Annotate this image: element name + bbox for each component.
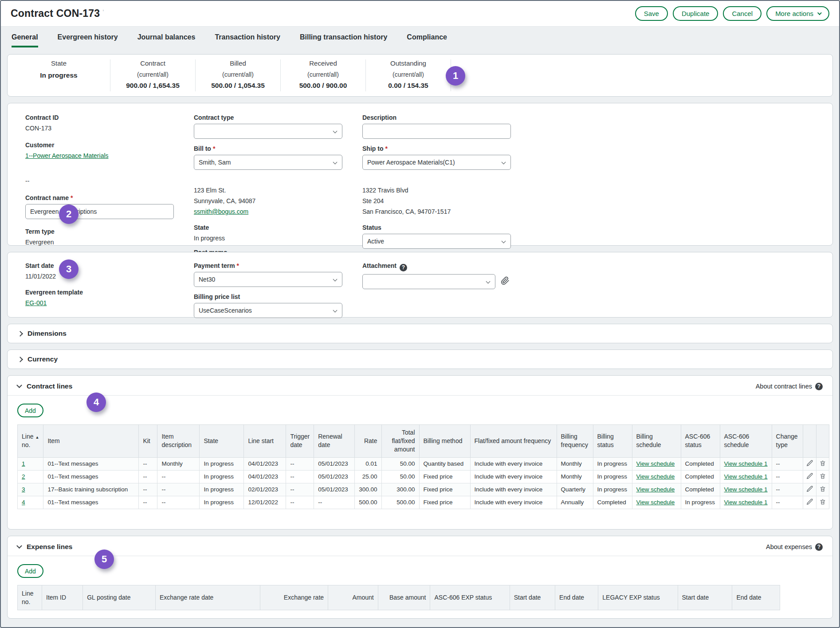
col-header-total-flat-fixed-amount[interactable]: Total flat/fixed amount [381,425,419,458]
evergreen-template-link[interactable]: EG-001 [25,299,47,306]
ship-to-address-line3: San Francisco, CA, 94707-1517 [362,206,511,217]
ship-to-label: Ship to* [362,145,511,152]
payment-term-select[interactable]: Net30 [194,272,342,287]
currency-title: Currency [27,355,58,363]
col-header-legacy-exp-status[interactable]: LEGACY EXP status [598,585,678,610]
line-number-link[interactable]: 4 [22,499,25,506]
billing-price-list-value: UseCaseScenarios [199,307,252,314]
add-expense-line-button[interactable]: Add [17,564,43,578]
col-header-gl-posting-date[interactable]: GL posting date [83,585,156,610]
col-header-flat-fixed-amount-frequency[interactable]: Flat/fixed amount frequency [470,425,557,458]
col-header-item[interactable]: Item [43,425,139,458]
col-header-base-amount[interactable]: Base amount [378,585,430,610]
view-schedule-link[interactable]: View schedule [636,460,675,467]
summary-value: In progress [16,71,101,79]
cell-flat-fixed-amount-frequency: Include with every invoice [470,457,557,470]
cell-asc-606-schedule: View schedule 1 [720,470,772,483]
view-schedule-link[interactable]: View schedule 1 [724,460,768,467]
cell-billing-status: In progress [593,483,632,496]
edit-line-icon[interactable] [803,457,816,470]
delete-line-icon[interactable] [816,483,829,496]
help-icon[interactable]: ? [400,264,407,271]
col-header-change-type[interactable]: Change type [772,425,803,458]
view-schedule-link[interactable]: View schedule 1 [724,473,768,480]
col-header-item-id[interactable]: Item ID [42,585,83,610]
view-schedule-link[interactable]: View schedule [636,486,675,493]
help-icon: ? [815,383,823,390]
edit-line-icon[interactable] [803,496,816,509]
col-header-billing-frequency[interactable]: Billing frequency [557,425,593,458]
col-header-start-date[interactable]: Start date [510,585,555,610]
tab-billing-transaction-history[interactable]: Billing transaction history [300,27,387,47]
delete-line-icon[interactable] [816,470,829,483]
cancel-button[interactable]: Cancel [723,6,761,21]
col-header-trigger-date[interactable]: Trigger date [286,425,314,458]
edit-line-icon[interactable] [803,483,816,496]
col-header-item-description[interactable]: Item description [157,425,200,458]
contract-name-input[interactable] [25,204,174,219]
paperclip-icon[interactable] [501,276,510,287]
col-header-asc-606-exp-status[interactable]: ASC-606 EXP status [430,585,510,610]
dimensions-title: Dimensions [27,330,67,338]
cell-trigger-date: -- [286,483,314,496]
section-dimensions[interactable]: Dimensions [7,324,833,343]
attachment-select[interactable] [362,274,495,289]
col-header-line-no[interactable]: Line▲no. [18,425,43,458]
tab-evergreen-history[interactable]: Evergreen history [58,27,118,47]
tab-compliance[interactable]: Compliance [407,27,447,47]
view-schedule-link[interactable]: View schedule 1 [724,486,768,493]
col-header-kit[interactable]: Kit [139,425,157,458]
chevron-down-icon[interactable] [16,543,22,549]
status-select[interactable]: Active [362,234,511,249]
col-header-exchange-rate[interactable]: Exchange rate [260,585,328,610]
col-header-end-date[interactable]: End date [555,585,598,610]
bill-to-select[interactable]: Smith, Sam [194,155,342,170]
col-header-renewal-date[interactable]: Renewal date [314,425,355,458]
cell-rate: 500.00 [355,496,381,509]
col-header-billing-method[interactable]: Billing method [419,425,470,458]
col-header-billing-schedule[interactable]: Billing schedule [632,425,681,458]
view-schedule-link[interactable]: View schedule [636,473,675,480]
line-number-link[interactable]: 3 [22,486,25,493]
line-number-link[interactable]: 1 [22,460,25,467]
save-button[interactable]: Save [635,6,668,21]
customer-link[interactable]: 1--Power Aerospace Materials [25,152,109,159]
delete-column-header [816,425,829,458]
about-contract-lines-link[interactable]: About contract lines ? [756,383,823,390]
view-schedule-link[interactable]: View schedule [636,499,675,506]
tab-general[interactable]: General [12,27,38,47]
col-header-state[interactable]: State [200,425,244,458]
col-header-amount[interactable]: Amount [328,585,378,610]
tab-bar: GeneralEvergreen historyJournal balances… [1,27,839,47]
description-input[interactable] [362,124,511,139]
delete-line-icon[interactable] [816,457,829,470]
col-header-billing-status[interactable]: Billing status [593,425,632,458]
state-label: State [194,224,342,231]
delete-line-icon[interactable] [816,496,829,509]
col-header-start-date[interactable]: Start date [678,585,732,610]
tab-journal-balances[interactable]: Journal balances [137,27,196,47]
view-schedule-link[interactable]: View schedule 1 [724,499,768,506]
billing-price-list-select[interactable]: UseCaseScenarios [194,303,342,318]
ship-to-select[interactable]: Power Aerospace Materials(C1) [362,155,511,170]
duplicate-button[interactable]: Duplicate [673,6,718,21]
about-expenses-link[interactable]: About expenses ? [766,543,823,551]
col-header-line-start[interactable]: Line start [244,425,286,458]
col-header-line-no[interactable]: Line no. [18,585,42,610]
col-header-asc-606-status[interactable]: ASC-606 status [681,425,720,458]
contract-type-select[interactable] [194,124,342,139]
chevron-down-icon[interactable] [16,382,22,388]
col-header-exchange-rate-date[interactable]: Exchange rate date [155,585,260,610]
about-contract-lines-text: About contract lines [756,383,812,390]
col-header-rate[interactable]: Rate [355,425,381,458]
col-header-asc-606-schedule[interactable]: ASC-606 schedule [720,425,772,458]
section-currency[interactable]: Currency [7,349,833,369]
bill-to-email-link[interactable]: ssmith@bogus.com [194,206,248,217]
more-actions-button[interactable]: More actions [766,6,829,21]
col-header-end-date[interactable]: End date [732,585,780,610]
add-contract-line-button[interactable]: Add [17,404,43,417]
tab-transaction-history[interactable]: Transaction history [215,27,280,47]
line-number-link[interactable]: 2 [22,473,25,480]
edit-line-icon[interactable] [803,470,816,483]
ship-to-address-line2: Ste 204 [362,196,511,206]
